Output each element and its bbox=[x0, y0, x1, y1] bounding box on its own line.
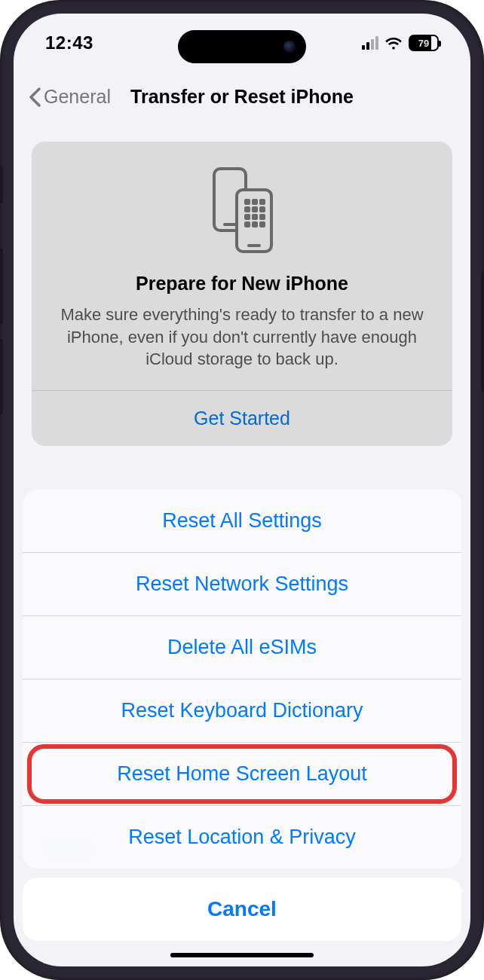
reset-keyboard-dictionary-button[interactable]: Reset Keyboard Dictionary bbox=[23, 679, 461, 743]
back-button[interactable]: General bbox=[29, 86, 111, 108]
card-description: Make sure everything's ready to transfer… bbox=[50, 304, 434, 371]
svg-rect-3 bbox=[244, 199, 250, 205]
cancel-button[interactable]: Cancel bbox=[23, 878, 461, 941]
transfer-devices-icon bbox=[50, 164, 434, 255]
screen: 12:43 79 bbox=[14, 14, 470, 966]
reset-all-settings-button[interactable]: Reset All Settings bbox=[23, 490, 461, 553]
dynamic-island bbox=[178, 30, 306, 63]
reset-network-settings-button[interactable]: Reset Network Settings bbox=[23, 553, 461, 616]
svg-rect-5 bbox=[259, 199, 265, 205]
prepare-card: Prepare for New iPhone Make sure everyth… bbox=[32, 142, 452, 446]
side-button bbox=[0, 249, 3, 324]
battery-percentage: 79 bbox=[418, 38, 429, 49]
status-time: 12:43 bbox=[45, 32, 93, 53]
navigation-bar: General Transfer or Reset iPhone bbox=[14, 72, 470, 123]
cancel-label: Cancel bbox=[207, 897, 277, 920]
svg-rect-10 bbox=[252, 214, 258, 220]
card-title: Prepare for New iPhone bbox=[50, 273, 434, 295]
sheet-item-label: Reset Location & Privacy bbox=[128, 826, 356, 848]
side-button bbox=[481, 271, 484, 392]
svg-rect-4 bbox=[252, 199, 258, 205]
action-sheet-group: Reset All Settings Reset Network Setting… bbox=[23, 490, 461, 869]
battery-indicator: 79 bbox=[409, 35, 439, 51]
delete-all-esims-button[interactable]: Delete All eSIMs bbox=[23, 616, 461, 679]
sheet-item-label: Delete All eSIMs bbox=[167, 636, 317, 658]
back-label: General bbox=[44, 86, 111, 108]
svg-rect-12 bbox=[244, 221, 250, 227]
side-button bbox=[0, 166, 3, 203]
svg-rect-8 bbox=[259, 206, 265, 212]
wifi-icon bbox=[384, 36, 403, 50]
page-title: Transfer or Reset iPhone bbox=[130, 86, 354, 108]
home-indicator[interactable] bbox=[170, 953, 314, 957]
svg-rect-11 bbox=[259, 214, 265, 220]
svg-rect-9 bbox=[244, 214, 250, 220]
front-camera-icon bbox=[283, 41, 296, 53]
svg-rect-13 bbox=[252, 221, 258, 227]
reset-home-screen-layout-button[interactable]: Reset Home Screen Layout bbox=[23, 743, 461, 806]
sheet-item-label: Reset All Settings bbox=[162, 509, 322, 532]
svg-rect-7 bbox=[252, 206, 258, 212]
cellular-signal-icon bbox=[362, 36, 378, 50]
chevron-left-icon bbox=[29, 87, 41, 107]
reset-action-sheet: Reset All Settings Reset Network Setting… bbox=[23, 490, 461, 941]
iphone-frame: 12:43 79 bbox=[0, 0, 484, 980]
side-button bbox=[0, 339, 3, 414]
sheet-item-label: Reset Keyboard Dictionary bbox=[121, 699, 363, 722]
get-started-button[interactable]: Get Started bbox=[50, 391, 434, 446]
sheet-item-label: Reset Home Screen Layout bbox=[117, 762, 367, 785]
svg-rect-14 bbox=[259, 221, 265, 227]
sheet-item-label: Reset Network Settings bbox=[136, 572, 348, 595]
svg-rect-6 bbox=[244, 206, 250, 212]
reset-location-privacy-button[interactable]: Reset Location & Privacy bbox=[23, 806, 461, 869]
